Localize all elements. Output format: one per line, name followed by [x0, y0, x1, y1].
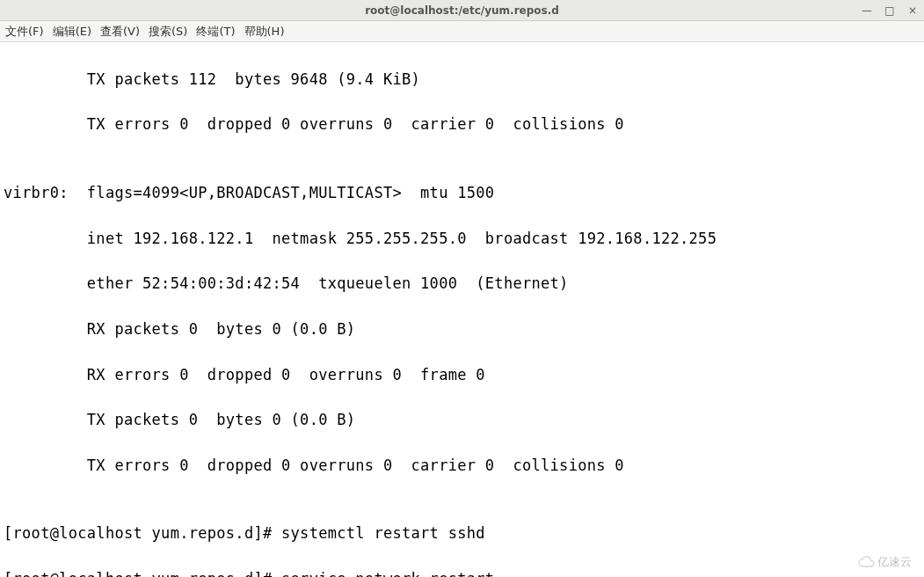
terminal-line: virbr0: flags=4099<UP,BROADCAST,MULTICAS… — [4, 182, 920, 205]
terminal-line: RX packets 0 bytes 0 (0.0 B) — [4, 318, 920, 341]
terminal-line: TX errors 0 dropped 0 overruns 0 carrier… — [4, 455, 920, 478]
watermark: 亿速云 — [857, 554, 912, 570]
minimize-button[interactable]: — — [861, 4, 873, 17]
menu-file[interactable]: 文件(F) — [5, 24, 44, 40]
terminal-line: ether 52:54:00:3d:42:54 txqueuelen 1000 … — [4, 273, 920, 296]
menu-terminal[interactable]: 终端(T) — [196, 24, 235, 40]
menu-search[interactable]: 搜索(S) — [149, 24, 187, 40]
terminal-line: [root@localhost yum.repos.d]# systemctl … — [4, 522, 920, 545]
maximize-button[interactable]: □ — [884, 4, 896, 17]
watermark-text: 亿速云 — [877, 554, 912, 570]
cloud-icon — [857, 556, 875, 568]
terminal-viewport[interactable]: TX packets 112 bytes 9648 (9.4 KiB) TX e… — [0, 42, 924, 577]
window-titlebar: root@localhost:/etc/yum.repos.d — □ × — [0, 0, 924, 21]
terminal-line: TX packets 112 bytes 9648 (9.4 KiB) — [4, 69, 920, 91]
terminal-line: [root@localhost yum.repos.d]# service ne… — [4, 568, 920, 577]
menu-help[interactable]: 帮助(H) — [244, 24, 285, 40]
menu-edit[interactable]: 编辑(E) — [53, 24, 91, 40]
terminal-line: inet 192.168.122.1 netmask 255.255.255.0… — [4, 228, 920, 251]
menubar: 文件(F) 编辑(E) 查看(V) 搜索(S) 终端(T) 帮助(H) — [0, 21, 924, 42]
terminal-line: TX errors 0 dropped 0 overruns 0 carrier… — [4, 113, 920, 136]
window-controls: — □ × — [861, 4, 919, 17]
terminal-line: RX errors 0 dropped 0 overruns 0 frame 0 — [4, 364, 920, 387]
terminal-line: TX packets 0 bytes 0 (0.0 B) — [4, 409, 920, 432]
window-title: root@localhost:/etc/yum.repos.d — [365, 4, 559, 17]
close-button[interactable]: × — [906, 4, 919, 17]
menu-view[interactable]: 查看(V) — [100, 24, 140, 40]
